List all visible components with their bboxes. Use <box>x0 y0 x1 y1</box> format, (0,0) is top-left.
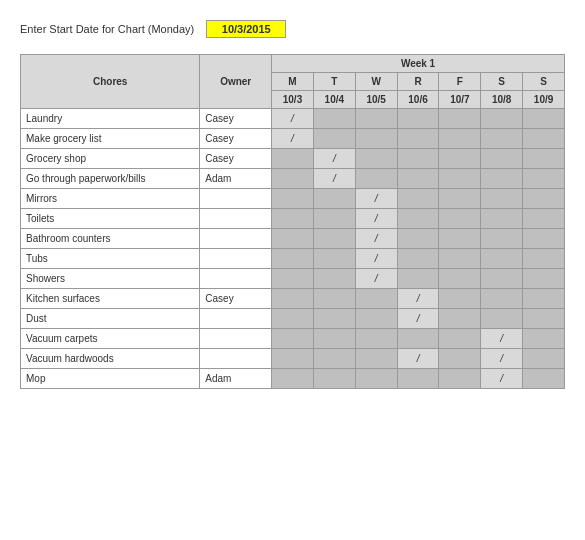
day-cell-3-3 <box>397 169 439 189</box>
day-cell-12-4 <box>439 349 481 369</box>
day-cell-6-4 <box>439 229 481 249</box>
day-cell-1-2 <box>355 129 397 149</box>
day-cell-9-2 <box>355 289 397 309</box>
day-cell-13-5: / <box>481 369 523 389</box>
day-cell-5-0 <box>272 209 314 229</box>
day-cell-6-6 <box>523 229 565 249</box>
day-cell-5-2: / <box>355 209 397 229</box>
day-cell-6-2: / <box>355 229 397 249</box>
day-cell-7-6 <box>523 249 565 269</box>
day-cell-1-0: / <box>272 129 314 149</box>
date-header-4: 10/7 <box>439 91 481 109</box>
day-cell-12-0 <box>272 349 314 369</box>
day-cell-3-2 <box>355 169 397 189</box>
day-cell-5-5 <box>481 209 523 229</box>
day-cell-5-6 <box>523 209 565 229</box>
date-header-1: 10/4 <box>313 91 355 109</box>
chore-owner <box>200 229 272 249</box>
table-row: Dust/ <box>21 309 565 329</box>
day-header-S: S <box>481 73 523 91</box>
day-cell-9-1 <box>313 289 355 309</box>
day-cell-3-1: / <box>313 169 355 189</box>
day-header-W: W <box>355 73 397 91</box>
day-cell-10-6 <box>523 309 565 329</box>
day-cell-12-5: / <box>481 349 523 369</box>
chore-name: Tubs <box>21 249 200 269</box>
day-cell-2-3 <box>397 149 439 169</box>
day-cell-3-4 <box>439 169 481 189</box>
day-cell-4-3 <box>397 189 439 209</box>
day-header-S: S <box>523 73 565 91</box>
day-cell-10-2 <box>355 309 397 329</box>
table-row: Vacuum hardwoods// <box>21 349 565 369</box>
table-row: Grocery shopCasey/ <box>21 149 565 169</box>
day-header-F: F <box>439 73 481 91</box>
chore-name: Toilets <box>21 209 200 229</box>
day-cell-7-1 <box>313 249 355 269</box>
day-cell-1-5 <box>481 129 523 149</box>
chore-name: Mop <box>21 369 200 389</box>
day-cell-10-5 <box>481 309 523 329</box>
day-cell-2-1: / <box>313 149 355 169</box>
day-cell-7-0 <box>272 249 314 269</box>
chore-owner: Casey <box>200 129 272 149</box>
day-cell-2-0 <box>272 149 314 169</box>
day-cell-7-3 <box>397 249 439 269</box>
table-row: Kitchen surfacesCasey/ <box>21 289 565 309</box>
day-cell-7-2: / <box>355 249 397 269</box>
day-cell-7-4 <box>439 249 481 269</box>
day-cell-0-2 <box>355 109 397 129</box>
chore-owner <box>200 269 272 289</box>
day-cell-4-4 <box>439 189 481 209</box>
day-cell-12-3: / <box>397 349 439 369</box>
chore-owner: Casey <box>200 109 272 129</box>
day-cell-4-1 <box>313 189 355 209</box>
day-cell-13-1 <box>313 369 355 389</box>
start-date[interactable]: 10/3/2015 <box>206 20 286 38</box>
table-row: Vacuum carpets/ <box>21 329 565 349</box>
day-header-R: R <box>397 73 439 91</box>
day-cell-11-2 <box>355 329 397 349</box>
day-cell-0-1 <box>313 109 355 129</box>
day-cell-4-0 <box>272 189 314 209</box>
header-label: Enter Start Date for Chart (Monday) <box>20 23 194 35</box>
day-cell-4-5 <box>481 189 523 209</box>
day-cell-11-5: / <box>481 329 523 349</box>
table-row: LaundryCasey/ <box>21 109 565 129</box>
day-cell-12-1 <box>313 349 355 369</box>
day-cell-8-4 <box>439 269 481 289</box>
day-cell-13-2 <box>355 369 397 389</box>
week-header: Week 1 <box>272 55 565 73</box>
day-cell-5-4 <box>439 209 481 229</box>
day-cell-1-3 <box>397 129 439 149</box>
chore-owner: Casey <box>200 289 272 309</box>
day-cell-9-4 <box>439 289 481 309</box>
date-header-6: 10/9 <box>523 91 565 109</box>
day-cell-13-3 <box>397 369 439 389</box>
chart-header: Enter Start Date for Chart (Monday) 10/3… <box>20 20 565 38</box>
chore-owner <box>200 329 272 349</box>
day-cell-1-1 <box>313 129 355 149</box>
table-row: Go through paperwork/billsAdam/ <box>21 169 565 189</box>
day-cell-9-5 <box>481 289 523 309</box>
day-cell-2-4 <box>439 149 481 169</box>
chore-name: Go through paperwork/bills <box>21 169 200 189</box>
chore-owner <box>200 249 272 269</box>
day-cell-12-2 <box>355 349 397 369</box>
table-row: Showers/ <box>21 269 565 289</box>
day-header-T: T <box>313 73 355 91</box>
day-cell-0-6 <box>523 109 565 129</box>
table-row: Toilets/ <box>21 209 565 229</box>
chore-name: Grocery shop <box>21 149 200 169</box>
day-cell-8-0 <box>272 269 314 289</box>
day-cell-4-2: / <box>355 189 397 209</box>
day-cell-10-1 <box>313 309 355 329</box>
day-cell-9-3: / <box>397 289 439 309</box>
chore-owner: Adam <box>200 169 272 189</box>
chore-name: Kitchen surfaces <box>21 289 200 309</box>
day-cell-10-4 <box>439 309 481 329</box>
table-row: Bathroom counters/ <box>21 229 565 249</box>
chores-table: Chores Owner Week 1 MTWRFSS 10/310/410/5… <box>20 54 565 389</box>
day-cell-13-6 <box>523 369 565 389</box>
chore-owner <box>200 209 272 229</box>
